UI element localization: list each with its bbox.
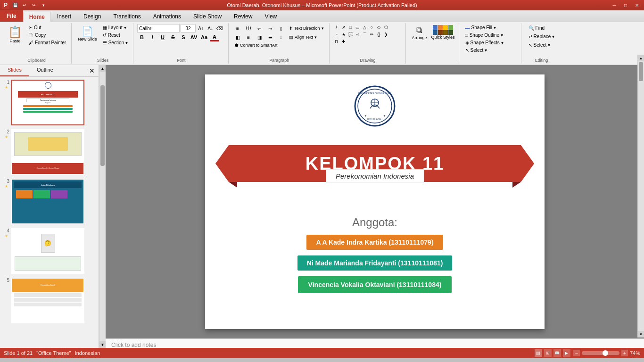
tab-home[interactable]: Home	[23, 12, 51, 22]
shape-star[interactable]: ★	[340, 31, 347, 38]
scroll-down-btn[interactable]: ▼	[99, 341, 106, 348]
slide-thumb-3[interactable]: 3 ★ Latar Belakang	[2, 178, 97, 225]
font-size-input[interactable]	[181, 24, 196, 33]
shape-pentagon[interactable]: ⬠	[383, 24, 389, 31]
shape-effects-btn[interactable]: ◈ Shape Effects ▾	[463, 39, 518, 46]
shape-brace[interactable]: {}	[376, 31, 382, 38]
dec-indent-btn[interactable]: ⇐	[254, 24, 264, 33]
paste-button[interactable]: 📋 Paste	[5, 24, 25, 45]
shape-round-rect[interactable]: ▭	[355, 24, 361, 31]
text-direction-btn[interactable]: ⬆ Text Direction ▾	[287, 24, 326, 33]
copy-button[interactable]: ⿻ Copy	[26, 32, 68, 39]
tab-animations[interactable]: Animations	[147, 11, 187, 22]
numbering-btn[interactable]: ⑴	[243, 24, 254, 33]
align-center-btn[interactable]: ≡	[243, 33, 254, 41]
shape-select-btn[interactable]: ↖ Select ▾	[463, 47, 518, 54]
shape-fill-btn[interactable]: ▬ Shape Fill ▾	[463, 24, 518, 31]
slide-img-4[interactable]: 🤔	[11, 228, 84, 274]
shape-callout[interactable]: 💬	[347, 31, 354, 38]
main-scroll-thumb[interactable]	[639, 65, 643, 81]
align-left-btn[interactable]: ◧	[232, 33, 243, 41]
reset-button[interactable]: ↺ Reset	[100, 32, 130, 39]
shape-rect[interactable]: □	[347, 24, 354, 31]
format-painter-button[interactable]: 🖌 Format Painter	[26, 39, 68, 46]
undo-btn[interactable]: ↩	[21, 1, 28, 9]
slideshow-btn[interactable]: ▶	[563, 349, 570, 357]
minimize-btn[interactable]: ─	[609, 1, 619, 9]
align-right-btn[interactable]: ◨	[254, 33, 264, 41]
new-slide-button[interactable]: 📄 New Slide	[75, 24, 99, 43]
notes-area[interactable]: Click to add notes	[106, 338, 644, 348]
reading-view-btn[interactable]: 📖	[553, 349, 561, 357]
quick-styles-button[interactable]: Quick Styles	[430, 24, 456, 41]
tab-review[interactable]: Review	[228, 11, 258, 22]
font-size-dec-btn[interactable]: A↓	[206, 24, 215, 33]
font-color-btn[interactable]: A	[210, 33, 219, 41]
convert-smartart-btn[interactable]: ⬟ Convert to SmartArt	[232, 42, 280, 49]
shape-outline-btn[interactable]: □ Shape Outline ▾	[463, 32, 518, 39]
line-spacing-btn[interactable]: ↕	[276, 33, 286, 41]
normal-view-btn[interactable]: ▤	[535, 349, 542, 357]
slide-thumb-4[interactable]: 4 ★ 🤔	[2, 227, 97, 275]
main-scrollbar-v[interactable]: ▲ ▼	[637, 65, 644, 337]
panel-close-btn[interactable]: ✕	[85, 65, 99, 76]
font-name-input[interactable]	[137, 24, 180, 33]
select-button[interactable]: ↖ Select ▾	[525, 41, 558, 49]
shape-triangle[interactable]: △	[362, 24, 368, 31]
strikethrough-button[interactable]: S	[168, 33, 178, 41]
slides-scrollbar[interactable]: ▲ ▼	[99, 65, 106, 348]
shape-line[interactable]: /	[333, 24, 340, 31]
zoom-out-btn[interactable]: −	[573, 350, 580, 356]
slide-img-2[interactable]: Otonomi Daerah & Otonomi Khusus	[11, 129, 84, 175]
slide-thumb-1[interactable]: 1 ★ KELOMPOK 11 Perekonomian Indonesia A…	[2, 79, 97, 126]
inc-indent-btn[interactable]: ⇒	[265, 24, 275, 33]
outline-tab[interactable]: Outline	[29, 65, 61, 76]
main-scroll-track[interactable]	[638, 65, 644, 331]
case-btn[interactable]: Aa	[199, 33, 209, 41]
replace-button[interactable]: ⇄ Replace ▾	[525, 33, 558, 41]
scroll-track[interactable]	[99, 72, 106, 341]
tab-file[interactable]: File	[0, 10, 23, 22]
tab-transitions[interactable]: Transitions	[107, 11, 147, 22]
align-text-btn[interactable]: ▤ Align Text ▾	[287, 33, 319, 41]
bold-button[interactable]: B	[137, 33, 147, 41]
shape-freeform[interactable]: ✏	[369, 31, 375, 38]
close-btn[interactable]: ✕	[632, 1, 642, 9]
slide-thumb-2[interactable]: 2 ★ Otonomi Daerah & Otonomi Khusus	[2, 128, 97, 176]
slides-tab[interactable]: Slides	[0, 65, 29, 76]
zoom-slider[interactable]	[582, 351, 619, 355]
shape-arrow[interactable]: ↗	[340, 24, 347, 31]
shape-circle[interactable]: ○	[369, 24, 375, 31]
font-size-inc-btn[interactable]: A↑	[197, 24, 205, 33]
bullets-btn[interactable]: ≡	[232, 24, 243, 33]
shape-block-arrow[interactable]: ⇨	[355, 31, 361, 38]
italic-button[interactable]: I	[148, 33, 157, 41]
scroll-up-btn[interactable]: ▲	[99, 65, 106, 72]
save-btn[interactable]: 💾	[11, 1, 19, 9]
tab-view[interactable]: View	[258, 11, 283, 22]
tab-insert[interactable]: Insert	[51, 11, 77, 22]
shape-chevron[interactable]: ❯	[383, 31, 389, 38]
cut-button[interactable]: ✂ Cut	[26, 24, 68, 31]
main-scroll-down[interactable]: ▼	[638, 331, 644, 337]
shape-more[interactable]: ⋯	[333, 31, 340, 38]
shadow-button[interactable]: S	[179, 33, 188, 41]
tab-slideshow[interactable]: Slide Show	[187, 11, 228, 22]
find-button[interactable]: 🔍 Find	[525, 24, 558, 32]
shape-tab[interactable]: ⊓	[333, 38, 340, 45]
redo-btn[interactable]: ↪	[30, 1, 38, 9]
slide-sorter-btn[interactable]: ⊞	[544, 349, 552, 357]
underline-button[interactable]: U	[158, 33, 167, 41]
slide-img-5[interactable]: Pemerintahan Daerah	[11, 278, 84, 323]
clear-format-btn[interactable]: ⌫	[215, 24, 224, 33]
customize-btn[interactable]: ▾	[40, 1, 47, 9]
columns-btn[interactable]: ⫿	[276, 24, 286, 33]
shape-cross[interactable]: ✚	[340, 38, 347, 45]
shape-diamond[interactable]: ◇	[376, 24, 382, 31]
restore-btn[interactable]: □	[620, 1, 631, 9]
arrange-button[interactable]: ⧉ Arrange	[410, 24, 429, 41]
slide-img-1[interactable]: KELOMPOK 11 Perekonomian Indonesia Anggo…	[11, 80, 84, 125]
tab-design[interactable]: Design	[77, 11, 107, 22]
layout-button[interactable]: ▦ Layout ▾	[100, 24, 130, 31]
shape-curved[interactable]: ⌒	[362, 31, 368, 38]
